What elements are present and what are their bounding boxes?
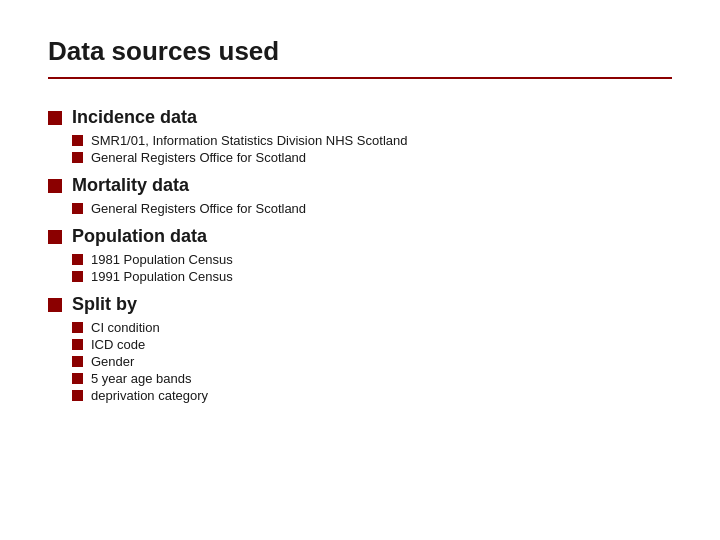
list-item: 1991 Population Census <box>72 269 672 284</box>
list-item: 1981 Population Census <box>72 252 672 267</box>
section-mortality: Mortality data General Registers Office … <box>48 175 672 216</box>
sub-item-text: General Registers Office for Scotland <box>91 150 306 165</box>
sub-item-text: Gender <box>91 354 134 369</box>
bullet-small-icon <box>72 356 83 367</box>
bullet-split <box>48 298 62 312</box>
section-population: Population data 1981 Population Census 1… <box>48 226 672 284</box>
section-incidence-title: Incidence data <box>72 107 197 128</box>
bullet-small-icon <box>72 339 83 350</box>
sub-item-text: General Registers Office for Scotland <box>91 201 306 216</box>
list-item: General Registers Office for Scotland <box>72 150 672 165</box>
incidence-sub-items: SMR1/01, Information Statistics Division… <box>72 133 672 165</box>
section-incidence: Incidence data SMR1/01, Information Stat… <box>48 107 672 165</box>
bullet-incidence <box>48 111 62 125</box>
population-sub-items: 1981 Population Census 1991 Population C… <box>72 252 672 284</box>
sub-item-text: ICD code <box>91 337 145 352</box>
bullet-small-icon <box>72 152 83 163</box>
section-population-header: Population data <box>48 226 672 247</box>
bullet-population <box>48 230 62 244</box>
list-item: deprivation category <box>72 388 672 403</box>
sub-item-text: CI condition <box>91 320 160 335</box>
page-title: Data sources used <box>48 36 672 67</box>
section-split-title: Split by <box>72 294 137 315</box>
sub-item-text: SMR1/01, Information Statistics Division… <box>91 133 407 148</box>
bullet-small-icon <box>72 390 83 401</box>
mortality-sub-items: General Registers Office for Scotland <box>72 201 672 216</box>
bullet-small-icon <box>72 254 83 265</box>
bullet-small-icon <box>72 203 83 214</box>
sub-item-text: 5 year age bands <box>91 371 191 386</box>
list-item: ICD code <box>72 337 672 352</box>
bullet-small-icon <box>72 373 83 384</box>
bullet-small-icon <box>72 271 83 282</box>
bullet-mortality <box>48 179 62 193</box>
list-item: Gender <box>72 354 672 369</box>
sub-item-text: 1981 Population Census <box>91 252 233 267</box>
list-item: CI condition <box>72 320 672 335</box>
list-item: SMR1/01, Information Statistics Division… <box>72 133 672 148</box>
sub-item-text: 1991 Population Census <box>91 269 233 284</box>
page-container: Data sources used Incidence data SMR1/01… <box>0 0 720 540</box>
section-mortality-header: Mortality data <box>48 175 672 196</box>
bullet-small-icon <box>72 135 83 146</box>
section-split-header: Split by <box>48 294 672 315</box>
sub-item-text: deprivation category <box>91 388 208 403</box>
section-split: Split by CI condition ICD code Gender 5 … <box>48 294 672 403</box>
list-item: General Registers Office for Scotland <box>72 201 672 216</box>
split-sub-items: CI condition ICD code Gender 5 year age … <box>72 320 672 403</box>
section-population-title: Population data <box>72 226 207 247</box>
section-incidence-header: Incidence data <box>48 107 672 128</box>
section-mortality-title: Mortality data <box>72 175 189 196</box>
title-divider <box>48 77 672 79</box>
list-item: 5 year age bands <box>72 371 672 386</box>
bullet-small-icon <box>72 322 83 333</box>
